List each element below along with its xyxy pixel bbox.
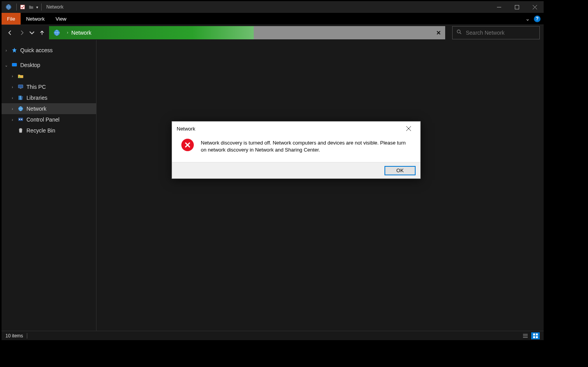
libraries-icon [17, 94, 24, 101]
window-title: Network [46, 4, 63, 10]
navigation-pane[interactable]: › Quick access ⌄ Desktop › [2, 40, 97, 331]
tree-label: Network [26, 106, 46, 112]
ribbon-tab-view[interactable]: View [50, 13, 72, 25]
svg-rect-3 [515, 5, 519, 9]
svg-rect-28 [536, 336, 538, 338]
tree-libraries[interactable]: › Libraries [2, 92, 96, 103]
dialog-title: Network [177, 126, 195, 132]
chevron-right-icon[interactable]: › [10, 107, 15, 111]
maximize-button[interactable] [508, 1, 526, 13]
view-details-button[interactable] [521, 332, 530, 339]
chevron-right-icon[interactable]: › [10, 85, 15, 89]
svg-rect-13 [20, 88, 21, 88]
qat-properties-button[interactable] [18, 3, 27, 11]
svg-point-7 [457, 30, 460, 33]
system-menu-icon[interactable] [5, 3, 12, 11]
svg-rect-1 [21, 5, 25, 9]
help-icon[interactable]: ? [534, 16, 541, 22]
chevron-right-icon[interactable]: › [4, 48, 9, 53]
navigation-bar: › Network [2, 25, 544, 40]
recycle-bin-icon [17, 127, 24, 134]
view-large-icons-button[interactable] [531, 332, 540, 339]
tree-label: Recycle Bin [26, 127, 55, 134]
tree-control-panel[interactable]: › Control Panel [2, 114, 96, 125]
network-location-icon [53, 29, 61, 37]
tree-this-pc[interactable]: › This PC [2, 81, 96, 92]
tree-label: Quick access [20, 47, 53, 53]
svg-rect-9 [12, 63, 17, 66]
svg-rect-15 [20, 96, 21, 100]
ribbon-file-tab[interactable]: File [2, 13, 21, 25]
tree-label: This PC [26, 84, 46, 90]
history-dropdown[interactable] [29, 26, 35, 39]
status-item-count: 10 items [5, 333, 23, 339]
star-icon [11, 47, 18, 54]
svg-rect-25 [533, 333, 535, 335]
svg-line-8 [460, 33, 462, 34]
chevron-right-icon[interactable]: › [10, 118, 15, 122]
tree-label: Desktop [20, 62, 40, 68]
svg-point-11 [19, 76, 20, 78]
close-button[interactable] [526, 1, 544, 13]
title-bar[interactable]: ▾ Network [2, 1, 544, 13]
content-pane[interactable] [97, 40, 544, 331]
chevron-right-icon[interactable]: › [10, 96, 15, 100]
this-pc-icon [17, 83, 24, 90]
svg-rect-12 [18, 85, 23, 88]
breadcrumb-network[interactable]: Network [71, 30, 91, 36]
dialog-close-button[interactable] [402, 122, 416, 136]
svg-rect-18 [18, 118, 23, 121]
file-explorer-window: ▾ Network File Network View ⌄ ? › [2, 1, 544, 340]
tree-desktop[interactable]: ⌄ Desktop [2, 60, 96, 71]
svg-rect-21 [19, 128, 21, 129]
search-box[interactable] [452, 26, 540, 39]
search-input[interactable] [466, 30, 535, 36]
chevron-right-icon[interactable]: › [10, 74, 15, 78]
address-bar[interactable]: › Network [49, 26, 445, 39]
address-bar-progress: › Network [49, 26, 254, 39]
network-icon [17, 105, 24, 112]
dialog-message: Network discovery is turned off. Network… [201, 139, 411, 154]
svg-point-19 [19, 119, 20, 120]
back-button[interactable] [5, 26, 15, 39]
tree-label: Libraries [26, 95, 47, 101]
refresh-button[interactable] [432, 26, 445, 39]
error-dialog: Network Network discovery is turned off.… [172, 121, 421, 179]
tree-label: Control Panel [26, 116, 60, 123]
ribbon-tab-network[interactable]: Network [21, 13, 50, 25]
tree-user-folder[interactable]: › [2, 71, 96, 81]
svg-rect-26 [536, 333, 538, 335]
svg-rect-16 [21, 96, 23, 100]
error-icon [181, 139, 194, 151]
tree-recycle-bin[interactable]: › Recycle Bin [2, 125, 96, 136]
ribbon-tab-strip: File Network View ⌄ ? [2, 13, 544, 25]
minimize-button[interactable] [490, 1, 508, 13]
user-folder-icon [17, 72, 24, 79]
up-button[interactable] [37, 26, 47, 39]
tree-network[interactable]: › Network [2, 103, 96, 114]
forward-button[interactable] [17, 26, 26, 39]
qat-new-folder-button[interactable] [27, 3, 35, 11]
chevron-right-icon: › [67, 30, 68, 35]
ribbon-expand-icon[interactable]: ⌄ [525, 16, 530, 22]
chevron-down-icon[interactable]: ⌄ [4, 63, 9, 67]
svg-rect-14 [19, 96, 20, 100]
qat-customize-icon[interactable]: ▾ [36, 5, 38, 9]
desktop-icon [11, 62, 18, 69]
search-icon [456, 29, 462, 36]
svg-point-20 [21, 119, 22, 120]
status-bar: 10 items [2, 331, 544, 340]
control-panel-icon [17, 116, 24, 123]
svg-rect-27 [533, 336, 535, 338]
tree-quick-access[interactable]: › Quick access [2, 45, 96, 56]
ok-button[interactable]: OK [384, 166, 416, 175]
